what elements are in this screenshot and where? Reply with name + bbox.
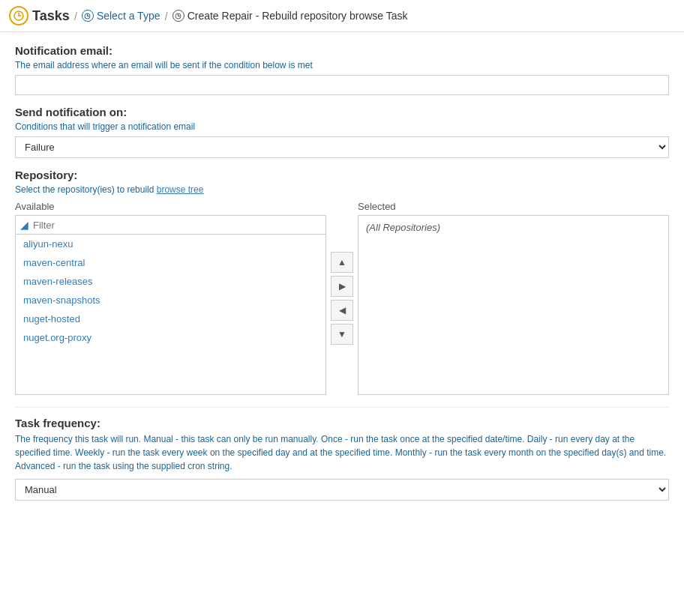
send-notification-select[interactable]: Failure Success Always [15, 136, 669, 158]
breadcrumb-clock-icon-2 [172, 10, 184, 22]
breadcrumb-sep-2: / [164, 10, 167, 22]
notification-email-label: Notification email: [15, 44, 669, 57]
all-repos-text: (All Repositories) [366, 222, 440, 233]
move-left-button[interactable]: ◀ [331, 300, 353, 321]
notification-email-desc: The email address where an email will be… [15, 60, 669, 70]
selected-panel: (All Repositories) [358, 215, 669, 395]
selected-label: Selected [358, 201, 669, 212]
small-clock-svg-2 [175, 13, 182, 19]
task-frequency-select[interactable]: Manual Once Daily Weekly Monthly Advance… [15, 479, 669, 501]
repo-item-maven-releases[interactable]: maven-releases [16, 272, 326, 291]
repository-desc: Select the repository(ies) to rebuild br… [15, 184, 669, 195]
task-frequency-label: Task frequency: [15, 417, 669, 429]
breadcrumb-clock-icon-1 [82, 10, 94, 22]
filter-icon: ◢ [20, 219, 28, 231]
repo-item-nuget-hosted[interactable]: nuget-hosted [16, 309, 326, 328]
tasks-clock-icon [9, 6, 28, 25]
browse-tree-link[interactable]: browse tree [157, 184, 204, 195]
repo-item-maven-snapshots[interactable]: maven-snapshots [16, 291, 326, 309]
repository-columns: Available ◢ aliyun-nexu maven-central ma… [15, 201, 669, 395]
available-column: Available ◢ aliyun-nexu maven-central ma… [15, 201, 326, 395]
filter-input[interactable] [33, 220, 321, 231]
repo-item-nuget-proxy[interactable]: nuget.org-proxy [16, 328, 326, 347]
send-notification-section: Send notification on: Conditions that wi… [15, 106, 669, 169]
selected-column: Selected (All Repositories) [358, 201, 669, 395]
available-panel: ◢ aliyun-nexu maven-central maven-releas… [15, 215, 326, 395]
move-up-button[interactable]: ▲ [331, 252, 353, 273]
breadcrumb-current-label: Create Repair - Rebuild repository brows… [188, 10, 408, 22]
move-right-button[interactable]: ▶ [331, 276, 353, 297]
notification-email-section: Notification email: The email address wh… [15, 44, 669, 106]
breadcrumb-select-type-label: Select a Type [97, 10, 160, 22]
page-title: Tasks [32, 8, 70, 24]
main-content: Notification email: The email address wh… [0, 32, 684, 513]
repository-section: Repository: Select the repository(ies) t… [15, 169, 669, 395]
breadcrumb-bar: Tasks / Select a Type / Create Repair - … [0, 0, 684, 32]
available-repo-list: aliyun-nexu maven-central maven-releases… [16, 235, 326, 347]
task-frequency-desc: The frequency this task will run. Manual… [15, 432, 669, 473]
send-notification-desc: Conditions that will trigger a notificat… [15, 121, 669, 132]
notification-email-input[interactable] [15, 75, 669, 95]
section-divider [15, 407, 669, 408]
send-notification-label: Send notification on: [15, 106, 669, 118]
filter-box: ◢ [16, 216, 326, 235]
move-down-button[interactable]: ▼ [331, 324, 353, 345]
repository-label: Repository: [15, 169, 669, 181]
repository-desc-pre: Select the repository(ies) to rebuild [15, 184, 154, 195]
task-frequency-section: Task frequency: The frequency this task … [15, 417, 669, 501]
breadcrumb-select-type[interactable]: Select a Type [82, 10, 160, 22]
breadcrumb-current: Create Repair - Rebuild repository brows… [172, 10, 408, 22]
clock-svg [14, 10, 24, 21]
transfer-buttons-column: ▲ ▶ ◀ ▼ [326, 201, 358, 395]
small-clock-svg-1 [84, 13, 91, 19]
breadcrumb-sep-1: / [74, 10, 77, 22]
available-label: Available [15, 201, 326, 212]
repo-item-aliyun[interactable]: aliyun-nexu [16, 235, 326, 253]
repo-item-maven-central[interactable]: maven-central [16, 253, 326, 272]
